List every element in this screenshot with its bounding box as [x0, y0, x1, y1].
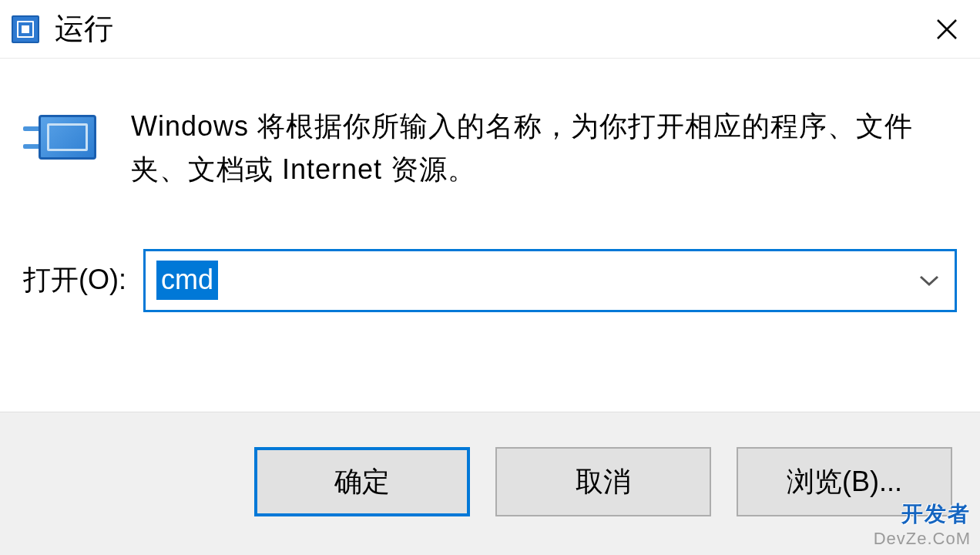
content-area: Windows 将根据你所输入的名称，为你打开相应的程序、文件夹、文档或 Int…: [0, 59, 980, 412]
button-bar: 确定 取消 浏览(B)... 开发者 DevZe.CoM: [0, 412, 980, 555]
run-program-icon: [23, 111, 104, 165]
close-button[interactable]: [928, 10, 966, 49]
description-row: Windows 将根据你所输入的名称，为你打开相应的程序、文件夹、文档或 Int…: [23, 105, 957, 191]
watermark-line2: DevZe.CoM: [874, 529, 971, 549]
description-text: Windows 将根据你所输入的名称，为你打开相应的程序、文件夹、文档或 Int…: [131, 105, 957, 191]
close-icon: [935, 18, 958, 41]
dialog-title: 运行: [55, 9, 113, 49]
run-dialog-icon: [12, 15, 39, 43]
titlebar-left: 运行: [12, 9, 113, 49]
browse-button[interactable]: 浏览(B)...: [737, 447, 952, 516]
ok-button[interactable]: 确定: [254, 447, 470, 516]
input-row: 打开(O): cmd: [23, 249, 957, 312]
chevron-down-icon[interactable]: [919, 268, 939, 292]
open-combobox[interactable]: cmd: [143, 249, 957, 312]
open-label: 打开(O):: [23, 261, 126, 299]
cancel-button[interactable]: 取消: [495, 447, 711, 516]
titlebar: 运行: [0, 0, 980, 59]
open-input-value[interactable]: cmd: [156, 261, 218, 300]
